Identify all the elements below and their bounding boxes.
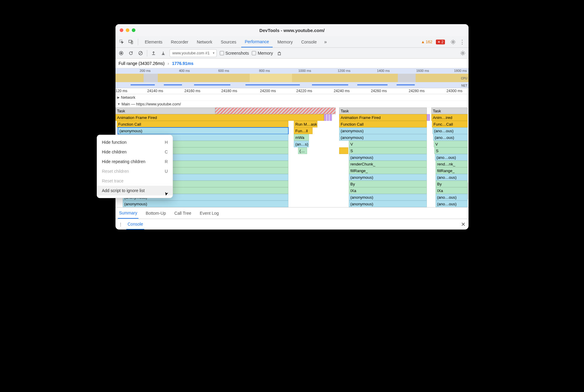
details-tabbar: Summary Bottom-Up Call Tree Event Log <box>115 207 469 219</box>
kebab-menu-icon[interactable]: ⋮ <box>458 38 466 46</box>
flame-bar[interactable] <box>427 114 430 121</box>
flame-bar[interactable]: (anonymous) <box>349 194 427 201</box>
flame-bar[interactable]: (anonymous) <box>118 127 288 134</box>
download-button[interactable] <box>160 50 167 56</box>
flame-bar[interactable]: (ano…ous) <box>436 194 468 201</box>
tab-sources[interactable]: Sources <box>217 36 240 47</box>
flame-bar[interactable]: renderChunk_ <box>349 161 427 167</box>
flame-bar[interactable]: Fun…ll <box>294 127 313 134</box>
flame-bar[interactable] <box>327 114 329 121</box>
flame-bar[interactable] <box>324 114 326 121</box>
tab-network[interactable]: Network <box>193 36 216 47</box>
flame-bar[interactable]: mWa <box>294 134 309 141</box>
devtools-window: DevTools - www.youtube.com/ Elements Rec… <box>115 24 469 230</box>
window-title: DevTools - www.youtube.com/ <box>259 28 325 33</box>
flame-bar[interactable]: (ano…ous) <box>436 201 468 207</box>
network-track-header[interactable]: ▶Network <box>115 94 469 101</box>
errors-badge[interactable]: ✕2 <box>436 40 445 44</box>
flame-bar[interactable]: Run M…asks <box>294 121 317 127</box>
range-breadcrumb: Full range (34307.26ms) › 1776.91ms <box>115 59 469 68</box>
minimize-window-button[interactable] <box>126 28 129 32</box>
tab-summary[interactable]: Summary <box>118 207 138 219</box>
flame-bar[interactable]: (ano…ous) <box>436 174 468 181</box>
device-toolbar-icon[interactable] <box>127 38 135 46</box>
flame-bar[interactable]: (anonymous) <box>349 154 427 161</box>
record-button[interactable] <box>118 50 125 56</box>
flame-bar[interactable]: IXa <box>349 187 427 194</box>
full-range-label[interactable]: Full range (34307.26ms) <box>118 61 165 66</box>
flame-bar[interactable]: fillRange_ <box>349 167 427 174</box>
drawer-menu-icon[interactable]: ⋮ <box>118 222 123 227</box>
flame-bar[interactable]: By <box>436 181 468 187</box>
maximize-window-button[interactable] <box>132 28 135 32</box>
drawer-tab-console[interactable]: Console <box>126 219 144 230</box>
memory-checkbox[interactable]: Memory <box>252 51 273 56</box>
tab-console[interactable]: Console <box>297 36 320 47</box>
timeline-overview[interactable]: 200 ms 400 ms 600 ms 800 ms 1000 ms 1200… <box>115 68 469 88</box>
flame-bar[interactable]: (anonymous) <box>123 201 288 207</box>
flame-bar[interactable]: (anonymous) <box>339 134 427 141</box>
context-menu-item[interactable]: Hide repeating childrenR <box>115 157 173 166</box>
flame-bar[interactable]: (ano…ous) <box>433 134 468 141</box>
flame-bar[interactable]: V <box>349 141 427 147</box>
window-titlebar: DevTools - www.youtube.com/ <box>115 24 469 36</box>
more-tabs-icon[interactable]: » <box>322 38 329 46</box>
current-range-label[interactable]: 1776.91ms <box>172 61 193 66</box>
flame-bar[interactable]: IXa <box>436 187 468 194</box>
flame-bar[interactable]: (anonymous) <box>349 201 427 207</box>
screenshots-checkbox[interactable]: Screenshots <box>220 51 249 56</box>
performance-toolbar: www.youtube.com #1 Screenshots Memory <box>115 48 469 59</box>
inspect-icon[interactable] <box>118 38 126 46</box>
tab-recorder[interactable]: Recorder <box>167 36 192 47</box>
flame-bar[interactable]: Animation Frame Fired <box>115 114 324 121</box>
flame-bar[interactable]: S <box>349 147 427 154</box>
flame-bar[interactable]: (ano…ous) <box>433 127 468 134</box>
warnings-count: 162 <box>426 40 433 44</box>
upload-button[interactable] <box>150 50 157 56</box>
flame-bar[interactable]: (an…s) <box>294 141 309 147</box>
task-bar[interactable]: Task <box>339 108 427 114</box>
context-menu-item: Reset childrenU <box>115 166 173 176</box>
flame-bar[interactable]: Func…Call <box>432 121 468 127</box>
flame-bar[interactable]: Function Call <box>339 121 427 127</box>
flame-bar[interactable]: (… <box>298 147 307 154</box>
flame-bar[interactable] <box>339 147 348 154</box>
flame-bar[interactable]: By <box>349 181 427 187</box>
clear-button[interactable] <box>137 50 144 56</box>
flame-bar[interactable]: Anim…ired <box>431 114 468 121</box>
long-task-bar[interactable] <box>215 108 336 114</box>
tab-event-log[interactable]: Event Log <box>199 207 220 219</box>
close-drawer-icon[interactable]: ✕ <box>461 221 466 228</box>
cpu-label: CPU <box>461 77 467 80</box>
flame-ruler[interactable]: 120 ms 24140 ms 24160 ms 24180 ms 24200 … <box>115 88 469 94</box>
recording-select[interactable]: www.youtube.com #1 <box>170 49 217 57</box>
svg-point-5 <box>120 52 122 54</box>
tab-elements[interactable]: Elements <box>141 36 166 47</box>
warnings-badge[interactable]: ▲162 <box>421 40 433 44</box>
flame-bar[interactable]: (anonymous) <box>349 174 427 181</box>
flame-bar[interactable]: (anonymous) <box>339 127 427 134</box>
tab-call-tree[interactable]: Call Tree <box>173 207 193 219</box>
tab-performance[interactable]: Performance <box>241 36 273 47</box>
settings-icon[interactable] <box>449 38 457 46</box>
flame-bar[interactable]: fillRange_ <box>436 167 468 174</box>
context-menu-item[interactable]: Hide functionH <box>115 137 173 147</box>
context-menu-item[interactable]: Hide childrenC <box>115 147 173 157</box>
task-bar[interactable]: Task <box>115 108 215 114</box>
flame-bar[interactable]: (ano…ous) <box>435 154 468 161</box>
svg-point-3 <box>452 41 454 43</box>
close-window-button[interactable] <box>120 28 123 32</box>
tab-bottom-up[interactable]: Bottom-Up <box>144 207 167 219</box>
flame-bar[interactable]: Function Call <box>117 121 288 127</box>
tab-memory[interactable]: Memory <box>274 36 297 47</box>
flame-bar[interactable]: rend…nk_ <box>436 161 468 167</box>
garbage-collect-icon[interactable] <box>276 50 283 56</box>
reload-button[interactable] <box>128 50 134 56</box>
flame-bar[interactable]: S <box>434 147 468 154</box>
flame-bar[interactable]: V <box>434 141 468 147</box>
task-bar[interactable]: Task <box>431 108 468 114</box>
capture-settings-icon[interactable] <box>459 50 466 56</box>
flame-bar[interactable]: Animation Frame Fired <box>339 114 427 121</box>
flame-bar[interactable] <box>329 114 332 121</box>
main-track-header[interactable]: ▼Main — https://www.youtube.com/ <box>115 101 469 108</box>
